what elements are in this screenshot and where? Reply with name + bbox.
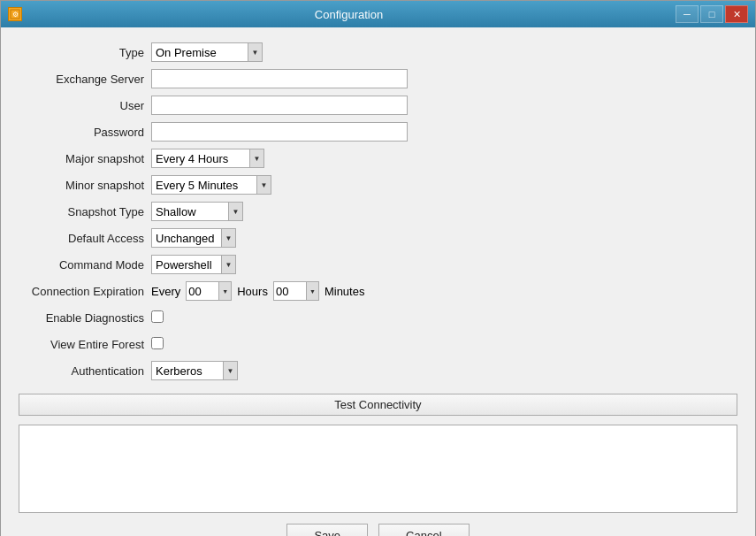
snapshot-type-label: Snapshot Type	[19, 205, 151, 218]
major-snapshot-arrow[interactable]	[249, 149, 263, 167]
command-mode-label: Command Mode	[19, 258, 151, 272]
exchange-server-row: Exchange Server	[19, 68, 737, 89]
connection-expiration-label: Connection Expiration	[19, 285, 151, 298]
test-connectivity-button[interactable]: Test Connectivity	[19, 394, 737, 416]
minutes-value-arrow[interactable]	[306, 282, 318, 300]
password-control	[151, 122, 408, 142]
cancel-button[interactable]: Cancel	[378, 524, 469, 536]
user-input[interactable]	[151, 96, 408, 115]
password-input[interactable]	[151, 122, 408, 142]
command-mode-dropdown[interactable]: Powershell CMD	[151, 255, 236, 274]
minor-snapshot-arrow[interactable]	[256, 176, 271, 194]
window-controls: ─ □ ✕	[676, 5, 748, 23]
exchange-server-control	[151, 69, 408, 88]
minor-snapshot-label: Minor snapshot	[19, 179, 151, 192]
user-control	[151, 96, 408, 115]
close-button[interactable]: ✕	[725, 5, 748, 23]
type-dropdown[interactable]: On Premise Cloud	[151, 42, 263, 62]
default-access-row: Default Access Unchanged Read Write	[19, 227, 737, 249]
maximize-button[interactable]: □	[700, 5, 723, 23]
svg-text:⚙: ⚙	[12, 11, 19, 19]
enable-diagnostics-row: Enable Diagnostics	[19, 307, 737, 328]
minimize-button[interactable]: ─	[676, 5, 699, 23]
snapshot-type-control: Shallow Deep	[151, 202, 243, 221]
snapshot-type-arrow[interactable]	[228, 203, 242, 220]
type-dropdown-arrow[interactable]	[248, 43, 262, 61]
minor-snapshot-dropdown[interactable]: Every 5 Minutes Every 10 Minutes Every 1…	[151, 175, 271, 195]
default-access-dropdown[interactable]: Unchanged Read Write	[151, 228, 236, 248]
view-entire-forest-label: View Entire Forest	[19, 338, 151, 351]
authentication-label: Authentication	[19, 364, 151, 378]
type-control: On Premise Cloud	[151, 42, 263, 62]
app-icon: ⚙	[8, 7, 22, 21]
enable-diagnostics-control	[151, 310, 164, 325]
snapshot-type-select[interactable]: Shallow Deep	[152, 203, 228, 220]
major-snapshot-label: Major snapshot	[19, 152, 151, 165]
type-row: Type On Premise Cloud	[19, 42, 737, 63]
connection-expiration-control: Every 00 01 02 03 04 06 08 12 24	[151, 281, 364, 301]
major-snapshot-dropdown[interactable]: Every 4 Hours Every 8 Hours Every 12 Hou…	[151, 149, 264, 168]
exchange-server-input[interactable]	[151, 69, 408, 88]
view-entire-forest-row: View Entire Forest	[19, 333, 737, 355]
default-access-label: Default Access	[19, 232, 151, 245]
command-mode-select[interactable]: Powershell CMD	[152, 256, 221, 273]
hours-value-dropdown[interactable]: 00 01 02 03 04 06 08 12 24	[186, 281, 232, 301]
bottom-buttons: Save Cancel	[19, 524, 737, 536]
password-label: Password	[19, 126, 151, 139]
minutes-value-select[interactable]: 00 05 10 15 30 45	[274, 282, 306, 300]
authentication-control: Kerberos NTLM Basic	[151, 361, 238, 380]
command-mode-control: Powershell CMD	[151, 255, 236, 274]
output-area	[19, 425, 737, 513]
default-access-select[interactable]: Unchanged Read Write	[152, 229, 221, 247]
snapshot-type-dropdown[interactable]: Shallow Deep	[151, 202, 243, 221]
default-access-arrow[interactable]	[221, 229, 235, 247]
snapshot-type-row: Snapshot Type Shallow Deep	[19, 201, 737, 222]
connection-expiration-row: Connection Expiration Every 00 01 02 03 …	[19, 280, 737, 302]
hours-value-arrow[interactable]	[218, 282, 231, 300]
authentication-row: Authentication Kerberos NTLM Basic	[19, 360, 737, 381]
minutes-label: Minutes	[325, 285, 365, 298]
every-label: Every	[151, 285, 180, 298]
exchange-server-label: Exchange Server	[19, 73, 151, 86]
command-mode-arrow[interactable]	[221, 256, 235, 273]
default-access-control: Unchanged Read Write	[151, 228, 236, 248]
authentication-select[interactable]: Kerberos NTLM Basic	[152, 362, 223, 379]
major-snapshot-row: Major snapshot Every 4 Hours Every 8 Hou…	[19, 148, 737, 169]
type-select[interactable]: On Premise Cloud	[152, 43, 248, 61]
type-label: Type	[19, 46, 151, 59]
window-body: Type On Premise Cloud Exchange Server	[1, 27, 755, 536]
password-row: Password	[19, 121, 737, 142]
minor-snapshot-select[interactable]: Every 5 Minutes Every 10 Minutes Every 1…	[152, 176, 256, 194]
save-button[interactable]: Save	[286, 524, 368, 536]
user-label: User	[19, 99, 151, 112]
command-mode-row: Command Mode Powershell CMD	[19, 254, 737, 275]
form-area: Type On Premise Cloud Exchange Server	[19, 42, 737, 387]
major-snapshot-select[interactable]: Every 4 Hours Every 8 Hours Every 12 Hou…	[152, 149, 249, 167]
hours-value-select[interactable]: 00 01 02 03 04 06 08 12 24	[187, 282, 218, 300]
authentication-dropdown[interactable]: Kerberos NTLM Basic	[151, 361, 238, 380]
minutes-value-dropdown[interactable]: 00 05 10 15 30 45	[273, 281, 319, 301]
view-entire-forest-checkbox[interactable]	[151, 337, 164, 349]
enable-diagnostics-label: Enable Diagnostics	[19, 311, 151, 325]
major-snapshot-control: Every 4 Hours Every 8 Hours Every 12 Hou…	[151, 149, 264, 168]
configuration-window: ⚙ Configuration ─ □ ✕ Type On Premise Cl…	[0, 0, 756, 536]
authentication-arrow[interactable]	[223, 362, 237, 379]
window-title: Configuration	[22, 8, 676, 21]
title-bar: ⚙ Configuration ─ □ ✕	[1, 1, 755, 27]
user-row: User	[19, 95, 737, 116]
view-entire-forest-control	[151, 337, 164, 352]
hours-label: Hours	[237, 285, 268, 298]
enable-diagnostics-checkbox[interactable]	[151, 310, 164, 323]
minor-snapshot-control: Every 5 Minutes Every 10 Minutes Every 1…	[151, 175, 271, 195]
minor-snapshot-row: Minor snapshot Every 5 Minutes Every 10 …	[19, 174, 737, 195]
